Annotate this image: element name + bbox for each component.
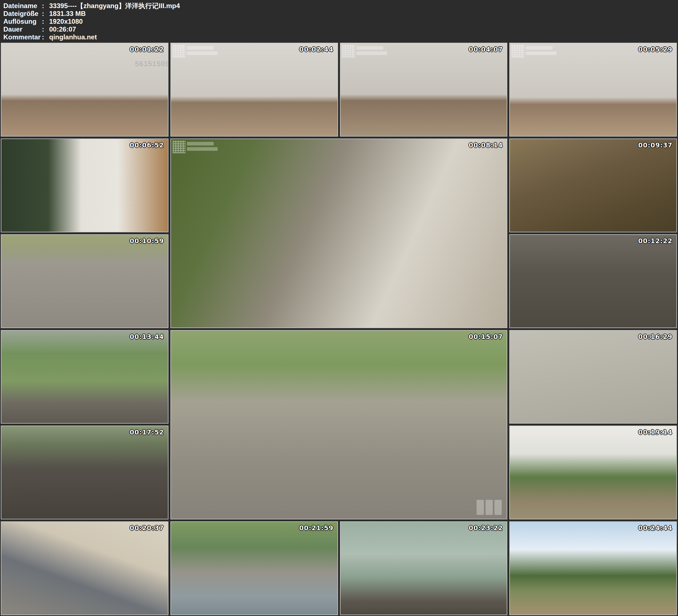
video-thumbnail: 00:15:07 [171,330,507,519]
metadata-row-comment: Kommentar : qinglanhua.net [0,33,678,41]
studio-logo-watermark [477,500,502,515]
metadata-value-resolution: 1920x1080 [49,17,678,26]
metadata-label: Dauer [0,26,42,33]
metadata-value-filesize: 1831.33 MB [49,10,678,17]
metadata-label: Kommentar [0,33,42,41]
video-thumbnail: 00:10:59 [1,234,168,328]
timestamp-overlay: 00:09:37 [638,142,672,149]
video-thumbnail: 00:09:37 [509,139,677,232]
video-thumbnail: 00:08:14 [171,139,507,328]
timestamp-overlay: 00:24:44 [638,525,672,532]
metadata-row-filesize: Dateigröße : 1831.33 MB [0,10,678,17]
video-thumbnail: 00:02:44 [171,43,338,137]
timestamp-overlay: 00:17:52 [129,429,164,436]
video-thumbnail: 00:05:29 [509,43,677,137]
metadata-row-resolution: Auflösung : 1920x1080 [0,17,678,26]
metadata-separator: : [42,2,49,10]
timestamp-overlay: 00:06:52 [129,142,164,149]
timestamp-overlay: 00:21:59 [299,525,333,532]
video-thumbnail: 00:24:44 [509,521,677,615]
qr-watermark [173,45,218,57]
video-thumbnail: 00:17:52 [1,426,168,519]
uploader-watermark-text: 561515091 [135,60,168,68]
metadata-label: Dateiname [0,2,42,10]
metadata-row-filename: Dateiname : 33395----【zhangyang】洋洋执行记III… [0,2,678,10]
thumbnail-grid: 56151509100:01:2200:02:4400:04:0700:05:2… [1,43,677,615]
timestamp-overlay: 00:08:14 [469,142,503,149]
metadata-separator: : [42,26,49,33]
video-thumbnail: 00:04:07 [340,43,507,137]
timestamp-overlay: 00:20:37 [129,525,164,532]
video-thumbnail: 56151509100:01:22 [1,43,168,137]
timestamp-overlay: 00:01:22 [129,46,164,53]
metadata-label: Auflösung [0,17,42,26]
metadata-value-duration: 00:26:07 [49,26,678,33]
timestamp-overlay: 00:05:29 [638,46,672,53]
metadata-separator: : [42,33,49,41]
timestamp-overlay: 00:16:29 [638,333,672,340]
timestamp-overlay: 00:19:14 [638,429,672,436]
metadata-separator: : [42,10,49,17]
timestamp-overlay: 00:04:07 [469,46,503,53]
video-thumbnail: 00:23:22 [340,521,507,615]
video-thumbnail: 00:12:22 [509,234,677,328]
qr-watermark [173,141,218,153]
timestamp-overlay: 00:12:22 [638,237,672,244]
video-thumbnail: 00:19:14 [509,426,677,519]
metadata-value-comment: qinglanhua.net [49,33,678,41]
metadata-separator: : [42,17,49,26]
timestamp-overlay: 00:02:44 [299,46,333,53]
video-thumbnail: 00:21:59 [171,521,338,615]
timestamp-overlay: 00:10:59 [129,237,164,244]
video-thumbnail: 00:13:44 [1,330,168,424]
video-thumbnail: 00:20:37 [1,521,168,615]
timestamp-overlay: 00:23:22 [469,525,503,532]
file-info-header: Dateiname : 33395----【zhangyang】洋洋执行记III… [0,0,678,42]
timestamp-overlay: 00:13:44 [129,333,164,340]
qr-watermark [512,45,557,57]
metadata-label: Dateigröße [0,10,42,17]
metadata-value-filename: 33395----【zhangyang】洋洋执行记III.mp4 [49,2,678,10]
timestamp-overlay: 00:15:07 [469,333,503,340]
metadata-row-duration: Dauer : 00:26:07 [0,26,678,33]
video-thumbnail: 00:06:52 [1,139,168,232]
video-thumbnail: 00:16:29 [509,330,677,424]
qr-watermark [342,45,387,57]
